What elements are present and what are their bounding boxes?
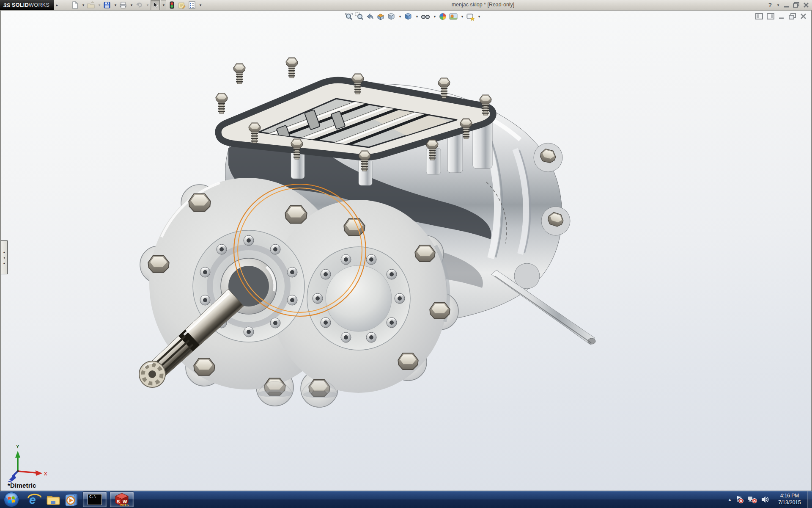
minimize-icon[interactable] — [784, 2, 790, 8]
solidworks-logo: 3S SOLIDWORKS — [0, 0, 54, 10]
hidden-icons-arrow[interactable]: ▲ — [728, 497, 732, 502]
collapse-right-pane-icon[interactable] — [767, 13, 774, 19]
previous-view-button[interactable] — [365, 12, 375, 21]
select-button[interactable] — [151, 0, 160, 10]
solidworks-cube-icon: S W 2015 — [114, 492, 129, 507]
document-minimize-icon[interactable] — [778, 13, 785, 19]
display-style-dropdown[interactable]: ▾ — [415, 14, 419, 19]
close-icon[interactable] — [803, 2, 809, 8]
undo-dropdown[interactable]: ▾ — [145, 3, 150, 7]
heads-up-view-toolbar: ▾ ▾ ▾ ▾ ▾ — [344, 12, 481, 21]
view-settings-dropdown[interactable]: ▾ — [477, 14, 481, 19]
brand-light: WORKS — [29, 2, 49, 8]
clock-time: 4:16 PM — [773, 493, 806, 500]
command-prompt-icon: C:\_ — [88, 494, 102, 505]
triad-x-label: X — [44, 471, 47, 476]
taskbar-internet-explorer[interactable]: e — [25, 491, 44, 508]
left-caret-icon: ◂ — [3, 262, 5, 265]
right-bearing-boss[interactable] — [307, 247, 410, 350]
menu-expand-arrow[interactable]: ▸ — [54, 0, 60, 10]
document-window-controls — [755, 13, 807, 19]
undo-button[interactable] — [134, 0, 144, 10]
zoom-to-area-button[interactable] — [355, 12, 364, 21]
action-center-flag-icon[interactable] — [735, 495, 744, 504]
help-dropdown[interactable]: ▾ — [776, 3, 780, 7]
file-properties-button[interactable] — [177, 0, 187, 10]
title-bar: 3S SOLIDWORKS ▸ ▾ ▾ ▾ ▾ ▾ ▾ — [0, 0, 812, 11]
start-button[interactable] — [3, 491, 19, 508]
system-tray: ▲ 4:16 PM 7/13/2015 — [728, 491, 806, 508]
edit-appearance-button[interactable] — [438, 12, 447, 21]
select-dropdown[interactable]: ▾ — [161, 0, 166, 10]
volume-icon[interactable] — [761, 495, 769, 504]
new-button[interactable] — [70, 0, 80, 10]
document-close-icon[interactable] — [800, 13, 807, 19]
taskbar-solidworks-2015[interactable]: S W 2015 — [110, 491, 134, 508]
gearbox-assembly[interactable] — [139, 58, 595, 407]
gearbox-model-scene — [0, 11, 812, 491]
clock-date: 7/13/2015 — [773, 500, 806, 506]
show-desktop-button[interactable] — [807, 491, 812, 508]
view-orientation-label: *Dimetric — [8, 482, 36, 489]
document-restore-icon[interactable] — [789, 13, 796, 19]
apply-scene-dropdown[interactable]: ▾ — [460, 14, 464, 19]
view-settings-button[interactable] — [466, 12, 475, 21]
reference-triad: Y X — [3, 442, 54, 483]
left-caret-icon: ◂ — [3, 251, 5, 254]
open-button[interactable] — [86, 0, 96, 10]
save-dropdown[interactable]: ▾ — [113, 3, 118, 7]
3ds-logo-mark: 3S — [3, 2, 10, 8]
print-button[interactable] — [118, 0, 128, 10]
taskbar-clock[interactable]: 4:16 PM 7/13/2015 — [773, 493, 806, 506]
restore-icon[interactable] — [793, 2, 800, 8]
featuremanager-collapsed-tab[interactable]: ◂ ◂ ◂ — [1, 240, 8, 274]
collapse-left-pane-icon[interactable] — [755, 13, 763, 19]
view-orientation-button[interactable] — [387, 12, 396, 21]
save-button[interactable] — [102, 0, 112, 10]
triad-y-label: Y — [16, 444, 19, 449]
taskbar-command-prompt[interactable]: C:\_ — [82, 491, 107, 508]
display-style-button[interactable] — [403, 12, 413, 21]
brand-bold: SOLID — [12, 2, 29, 8]
print-dropdown[interactable]: ▾ — [129, 3, 134, 7]
rebuild-button[interactable] — [167, 0, 176, 10]
solidworks-window: ▾ ▾ ▾ ▾ ▾ — [0, 0, 812, 508]
window-controls: ? ▾ — [768, 0, 809, 10]
svg-text:2015: 2015 — [120, 503, 129, 507]
hide-show-items-dropdown[interactable]: ▾ — [433, 14, 437, 19]
apply-scene-button[interactable] — [449, 12, 458, 21]
new-dropdown[interactable]: ▾ — [81, 3, 85, 7]
options-dropdown[interactable]: ▾ — [198, 3, 203, 7]
floor-reflection — [139, 380, 595, 491]
3d-viewport[interactable]: ▾ ▾ ▾ ▾ ▾ — [0, 11, 812, 491]
help-icon[interactable]: ? — [768, 2, 772, 8]
hide-show-items-button[interactable] — [420, 12, 431, 21]
standard-toolbar: ▾ ▾ ▾ ▾ ▾ ▾ ▾ — [70, 0, 203, 10]
taskbar-media-player[interactable] — [63, 491, 81, 508]
zoom-to-fit-button[interactable] — [344, 12, 354, 21]
open-dropdown[interactable]: ▾ — [97, 3, 102, 7]
section-view-button[interactable] — [376, 12, 385, 21]
taskbar-file-explorer[interactable] — [44, 491, 63, 508]
options-button[interactable] — [187, 0, 197, 10]
network-disconnected-icon[interactable] — [748, 495, 757, 504]
left-caret-icon: ◂ — [3, 256, 5, 259]
windows-taskbar: e C:\_ S W 2015 — [0, 491, 812, 508]
view-orientation-dropdown[interactable]: ▾ — [398, 14, 402, 19]
svg-text:S: S — [117, 499, 120, 504]
window-title: menjac sklop * [Read-only] — [452, 2, 515, 8]
